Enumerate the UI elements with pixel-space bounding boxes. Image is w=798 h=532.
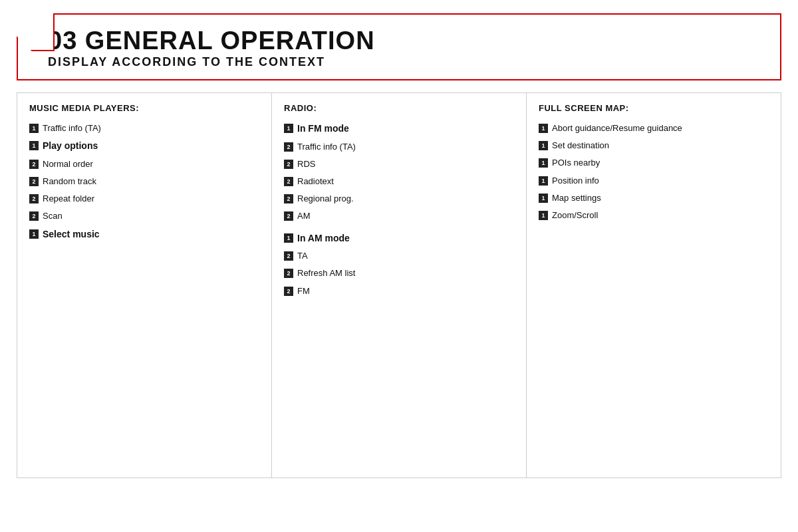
list-item: 2Refresh AM list <box>284 267 514 279</box>
item-label: AM <box>297 210 311 222</box>
list-item: 1Select music <box>29 228 259 241</box>
item-label: Map settings <box>552 192 601 204</box>
item-label: Radiotext <box>297 176 334 188</box>
item-badge: 1 <box>539 176 548 186</box>
list-item: 2Normal order <box>29 158 259 170</box>
item-badge: 2 <box>29 211 39 221</box>
radio-items-list: 1In FM mode2Traffic info (TA)2RDS2Radiot… <box>284 122 514 297</box>
column-music-media: MUSIC MEDIA PLAYERS: 1Traffic info (TA)1… <box>17 92 271 478</box>
item-badge: 2 <box>284 287 293 296</box>
item-badge: 1 <box>539 124 548 133</box>
list-item: 1Map settings <box>539 192 769 204</box>
item-badge: 2 <box>29 160 39 169</box>
item-badge: 1 <box>29 124 39 133</box>
list-item: 2AM <box>284 210 514 222</box>
item-label: Abort guidance/Resume guidance <box>552 122 682 134</box>
column-radio: RADIO: 1In FM mode2Traffic info (TA)2RDS… <box>271 92 526 478</box>
item-badge: 2 <box>284 177 293 186</box>
list-item: 2Traffic info (TA) <box>284 141 514 153</box>
list-item: 2Repeat folder <box>29 193 259 205</box>
item-badge: 1 <box>539 211 548 220</box>
header-box: 03 GENERAL OPERATION DISPLAY ACCORDING T… <box>17 13 781 80</box>
item-label: Traffic info (TA) <box>297 141 356 153</box>
list-item: 2Regional prog. <box>284 193 514 205</box>
item-badge: 1 <box>539 141 548 150</box>
item-label: Repeat folder <box>43 193 94 205</box>
item-badge: 1 <box>539 158 548 168</box>
item-label: In FM mode <box>297 122 349 136</box>
item-badge: 2 <box>284 194 293 203</box>
item-badge: 2 <box>284 269 293 278</box>
item-label: Play options <box>43 140 98 153</box>
item-badge: 2 <box>29 194 39 203</box>
item-label: Normal order <box>43 158 93 170</box>
item-badge: 2 <box>29 177 39 186</box>
header-chapter: 03 GENERAL OPERATION <box>35 27 763 55</box>
list-item: 1In AM mode <box>284 232 514 245</box>
item-label: Set destination <box>552 140 609 152</box>
item-label: Select music <box>43 228 100 241</box>
item-badge: 1 <box>539 194 548 203</box>
item-label: Refresh AM list <box>297 267 355 279</box>
item-badge: 2 <box>284 251 293 261</box>
item-badge: 1 <box>284 124 293 133</box>
item-badge: 1 <box>29 229 39 239</box>
list-item: 1Play options <box>29 140 259 153</box>
list-item: 1POIs nearby <box>539 157 769 169</box>
item-label: Scan <box>43 210 63 222</box>
list-item: 1Zoom/Scroll <box>539 209 769 221</box>
item-label: Position info <box>552 175 599 187</box>
col-header-radio: RADIO: <box>284 103 514 113</box>
list-item: 1Set destination <box>539 140 769 152</box>
list-item: 2Radiotext <box>284 176 514 188</box>
list-item: 1Position info <box>539 175 769 187</box>
item-badge: 1 <box>284 233 293 243</box>
columns-container: MUSIC MEDIA PLAYERS: 1Traffic info (TA)1… <box>17 92 781 478</box>
item-badge: 1 <box>29 141 39 150</box>
list-item: 2RDS <box>284 158 514 170</box>
item-label: Traffic info (TA) <box>43 122 101 134</box>
item-label: TA <box>297 250 308 262</box>
music-items-list: 1Traffic info (TA)1Play options2Normal o… <box>29 122 259 241</box>
list-item: 2Random track <box>29 176 259 188</box>
col-header-music: MUSIC MEDIA PLAYERS: <box>29 103 259 113</box>
list-item: 1Traffic info (TA) <box>29 122 259 134</box>
item-label: Random track <box>43 176 96 188</box>
item-label: Zoom/Scroll <box>552 209 598 221</box>
map-items-list: 1Abort guidance/Resume guidance1Set dest… <box>539 122 769 221</box>
list-item: 2Scan <box>29 210 259 222</box>
item-label: RDS <box>297 158 315 170</box>
list-item: 1Abort guidance/Resume guidance <box>539 122 769 134</box>
page: 03 GENERAL OPERATION DISPLAY ACCORDING T… <box>0 0 798 532</box>
item-label: In AM mode <box>297 232 350 245</box>
item-label: Regional prog. <box>297 193 354 205</box>
list-item: 2FM <box>284 285 514 297</box>
header-subtitle: DISPLAY ACCORDING TO THE CONTEXT <box>35 55 763 69</box>
column-map: FULL SCREEN MAP: 1Abort guidance/Resume … <box>526 92 781 478</box>
item-badge: 2 <box>284 142 293 152</box>
item-badge: 2 <box>284 211 293 221</box>
item-badge: 2 <box>284 160 293 169</box>
item-label: POIs nearby <box>552 157 600 169</box>
col-header-map: FULL SCREEN MAP: <box>539 103 769 113</box>
list-item: 2TA <box>284 250 514 262</box>
item-label: FM <box>297 285 310 297</box>
list-item: 1In FM mode <box>284 122 514 136</box>
